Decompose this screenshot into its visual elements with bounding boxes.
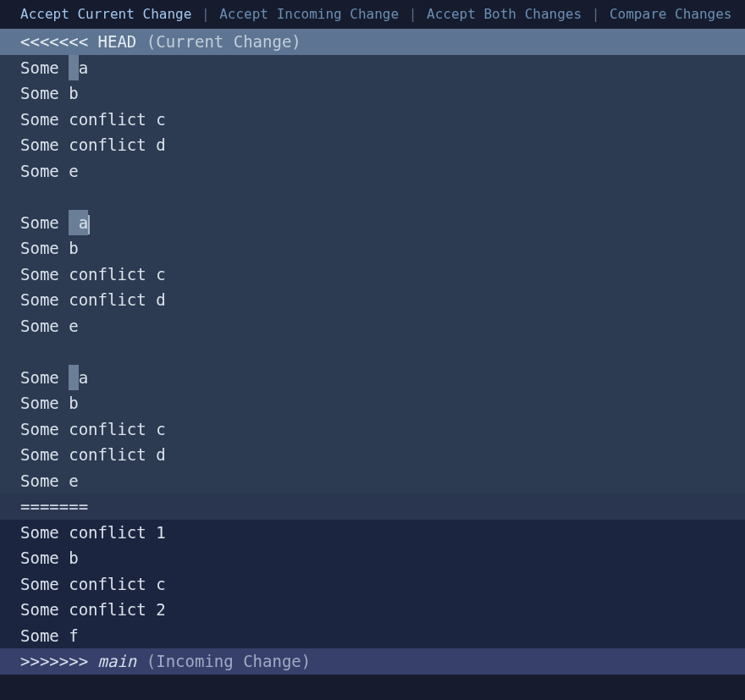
codelens-bar: Accept Current Change | Accept Incoming … [0, 0, 745, 29]
code-line[interactable]: Some conflict d [0, 442, 745, 468]
code-line[interactable]: Some conflict d [0, 132, 745, 158]
selection-highlight [69, 365, 78, 391]
current-change-block[interactable]: Some a Some b Some conflict c Some confl… [0, 55, 745, 494]
code-line[interactable]: Some conflict c [0, 571, 745, 598]
code-line[interactable]: Some a [0, 55, 745, 81]
head-marker-ref: HEAD [98, 32, 137, 51]
selection-highlight [69, 55, 78, 81]
code-line[interactable]: Some e [0, 158, 745, 185]
code-line[interactable] [0, 339, 745, 365]
selection-highlight [69, 210, 78, 236]
code-line[interactable]: Some a [0, 210, 745, 236]
codelens-separator: | [400, 6, 425, 22]
conflict-separator[interactable]: ======= [0, 493, 745, 520]
tail-marker-annotation: (Incoming Change) [146, 652, 311, 670]
head-marker-symbols: <<<<<<< [20, 32, 88, 51]
accept-both-link[interactable]: Accept Both Changes [427, 6, 582, 22]
code-line[interactable]: Some b [0, 235, 745, 262]
code-line[interactable]: Some e [0, 313, 745, 339]
text-cursor [88, 215, 90, 234]
conflict-head-marker[interactable]: <<<<<<< HEAD (Current Change) [0, 29, 745, 55]
code-line[interactable]: Some conflict d [0, 287, 745, 313]
accept-incoming-link[interactable]: Accept Incoming Change [219, 6, 399, 22]
selection-highlight: a [79, 210, 88, 236]
conflict-tail-marker[interactable]: >>>>>>> main (Incoming Change) [0, 648, 745, 675]
code-line[interactable]: Some conflict c [0, 262, 745, 288]
code-line[interactable] [0, 184, 745, 210]
code-line[interactable]: Some f [0, 623, 745, 649]
code-line[interactable]: Some a [0, 365, 745, 391]
accept-current-link[interactable]: Accept Current Change [20, 6, 191, 22]
tail-marker-symbols: >>>>>>> [20, 652, 88, 670]
code-line[interactable]: Some e [0, 468, 745, 494]
codelens-separator: | [193, 6, 218, 22]
code-line[interactable]: Some conflict 2 [0, 597, 745, 623]
code-line[interactable]: Some conflict 1 [0, 520, 745, 546]
code-line[interactable]: Some conflict c [0, 416, 745, 443]
codelens-separator: | [583, 6, 608, 22]
code-line[interactable]: Some b [0, 545, 745, 571]
incoming-change-block[interactable]: Some conflict 1 Some b Some conflict c S… [0, 520, 745, 649]
head-marker-annotation: (Current Change) [146, 32, 301, 51]
tail-marker-ref: main [98, 652, 137, 670]
code-line[interactable]: Some b [0, 80, 745, 107]
compare-link[interactable]: Compare Changes [610, 6, 732, 22]
code-line[interactable]: Some b [0, 390, 745, 416]
code-line[interactable]: Some conflict c [0, 107, 745, 133]
